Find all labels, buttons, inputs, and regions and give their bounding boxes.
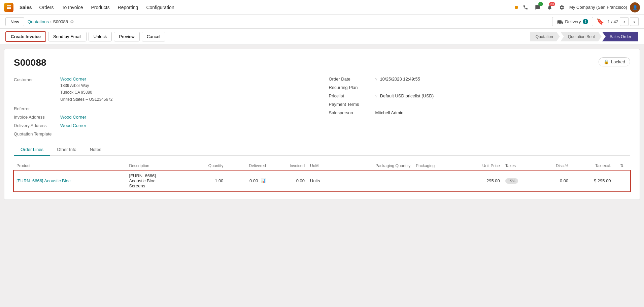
cell-tax-excl: $ 295.00	[571, 171, 613, 191]
nav-app-name[interactable]: Sales	[17, 3, 35, 11]
nav-configuration[interactable]: Configuration	[143, 3, 177, 11]
product-link[interactable]: [FURN_6666] Acoustic Bloc	[16, 178, 70, 183]
col-header-disc: Disc.%	[537, 161, 571, 171]
cell-uom: Units	[307, 171, 337, 191]
cell-packaging	[413, 171, 459, 191]
logo-icon	[6, 5, 11, 10]
cell-taxes: 15%	[503, 171, 537, 191]
invoice-address-value[interactable]: Wood Corner	[60, 115, 86, 120]
locked-label: Locked	[611, 59, 625, 64]
col-header-product: Product	[14, 161, 126, 171]
step-quotation-sent[interactable]: Quotation Sent	[561, 32, 602, 41]
col-header-quantity: Quantity	[187, 161, 226, 171]
nav-products[interactable]: Products	[88, 3, 113, 11]
tab-order-lines[interactable]: Order Lines	[14, 144, 50, 156]
col-header-description: Description	[126, 161, 187, 171]
nav-to-invoice[interactable]: To Invoice	[58, 3, 86, 11]
cell-invoiced: 0.00	[269, 171, 307, 191]
step-quotation[interactable]: Quotation	[530, 32, 560, 41]
salesperson-group: Salesperson Mitchell Admin	[329, 109, 631, 117]
delivery-address-label: Delivery Address	[14, 123, 58, 128]
send-by-email-button[interactable]: Send by Email	[48, 32, 87, 41]
pagination-prev[interactable]: ‹	[620, 17, 629, 26]
app-logo[interactable]	[4, 3, 13, 12]
pricelist-label: Pricelist	[329, 93, 373, 98]
table-row[interactable]: [FURN_6666] Acoustic Bloc [FURN_6666] Ac…	[14, 171, 630, 191]
create-invoice-button[interactable]: Create Invoice	[5, 31, 46, 42]
recurring-plan-label: Recurring Plan	[329, 85, 373, 90]
customer-info: Wood Corner 1839 Arbor Way Turlock CA 95…	[60, 76, 112, 103]
pricelist-value[interactable]: Default USD pricelist (USD)	[380, 93, 434, 98]
document-id: S00088	[14, 57, 46, 68]
step-sales-order[interactable]: Sales Order	[602, 32, 638, 41]
pagination-info: 1 / 42	[607, 19, 618, 24]
col-header-pkg-qty: Packaging Quantity	[337, 161, 413, 171]
nav-reporting[interactable]: Reporting	[114, 3, 142, 11]
referrer-group: Referrer	[14, 104, 315, 113]
pricelist-group: Pricelist ? Default USD pricelist (USD)	[329, 92, 631, 100]
breadcrumb-bar: New Quotations › S00088 ⚙ Delivery 1 🔖 1…	[0, 15, 644, 29]
customer-label: Customer	[14, 76, 58, 103]
cell-discount: 0.00	[537, 171, 571, 191]
chat-icon[interactable]: 5	[533, 3, 542, 12]
quotation-template-group: Quotation Template	[14, 130, 315, 138]
tabs: Order Lines Other Info Notes	[14, 144, 630, 156]
tab-notes[interactable]: Notes	[83, 144, 108, 156]
user-avatar[interactable]: 👤	[630, 2, 640, 12]
settings-icon[interactable]	[557, 3, 567, 12]
customer-address: 1839 Arbor Way Turlock CA 95380 United S…	[60, 82, 112, 103]
nav-orders[interactable]: Orders	[36, 3, 57, 11]
form-left: Customer Wood Corner 1839 Arbor Way Turl…	[14, 75, 315, 138]
recurring-plan-group: Recurring Plan	[329, 83, 631, 92]
delivery-address-value[interactable]: Wood Corner	[60, 123, 86, 128]
col-header-settings: ⇅	[614, 161, 630, 171]
col-header-invoiced: Invoiced	[269, 161, 307, 171]
company-name[interactable]: My Company (San Francisco)	[569, 5, 627, 10]
unlock-button[interactable]: Unlock	[89, 32, 112, 41]
cell-description: [FURN_6666] Acoustic Bloc Screens	[126, 171, 187, 191]
topnav-right: 5 33 My Company (San Francisco) 👤	[515, 2, 640, 12]
col-header-delivered: Delivered	[226, 161, 269, 171]
cell-product[interactable]: [FURN_6666] Acoustic Bloc	[14, 171, 126, 191]
order-date-group: Order Date ? 10/25/2023 12:49:55	[329, 75, 631, 83]
doc-header: S00088 🔒 Locked	[14, 57, 630, 68]
cell-unit-price: 295.00	[459, 171, 503, 191]
preview-button[interactable]: Preview	[114, 32, 139, 41]
pagination: 1 / 42 ‹ ›	[607, 17, 639, 26]
delivery-address-group: Delivery Address Wood Corner	[14, 121, 315, 130]
referrer-label: Referrer	[14, 106, 58, 111]
activity-badge: 33	[549, 2, 555, 6]
cell-quantity: 1.00	[187, 171, 226, 191]
help-icon-pricelist[interactable]: ?	[375, 94, 377, 98]
col-header-taxes: Taxes	[503, 161, 537, 171]
cell-pkg-qty	[337, 171, 413, 191]
customer-name[interactable]: Wood Corner	[60, 76, 86, 82]
pagination-next[interactable]: ›	[630, 17, 639, 26]
topnav: Sales Orders To Invoice Products Reporti…	[0, 0, 644, 15]
locked-badge[interactable]: 🔒 Locked	[599, 57, 630, 66]
delivery-button[interactable]: Delivery 1	[552, 17, 594, 26]
phone-icon[interactable]	[521, 3, 530, 12]
breadcrumb-current: S00088	[53, 19, 68, 24]
new-button[interactable]: New	[5, 17, 24, 26]
payment-terms-label: Payment Terms	[329, 102, 373, 107]
activity-icon[interactable]: 33	[545, 3, 554, 12]
status-steps: Quotation Quotation Sent Sales Order	[530, 32, 639, 41]
help-icon-date[interactable]: ?	[375, 77, 377, 81]
salesperson-label: Salesperson	[329, 110, 373, 115]
order-date-label: Order Date	[329, 76, 373, 82]
cell-row-settings	[614, 171, 630, 191]
breadcrumb-parent[interactable]: Quotations	[28, 19, 49, 24]
salesperson-value: Mitchell Admin	[375, 110, 404, 115]
settings-gear-icon[interactable]: ⚙	[70, 19, 74, 24]
action-bar: Create Invoice Send by Email Unlock Prev…	[0, 29, 644, 45]
chart-icon[interactable]: 📊	[261, 178, 266, 183]
payment-terms-group: Payment Terms	[329, 100, 631, 109]
bookmark-button[interactable]: 🔖	[597, 18, 604, 25]
status-dot	[515, 6, 518, 9]
order-table: Product Description Quantity Delivered I…	[14, 161, 630, 191]
tax-badge: 15%	[505, 178, 518, 184]
chat-badge: 5	[538, 2, 543, 6]
tab-other-info[interactable]: Other Info	[50, 144, 83, 156]
cancel-button[interactable]: Cancel	[142, 32, 165, 41]
